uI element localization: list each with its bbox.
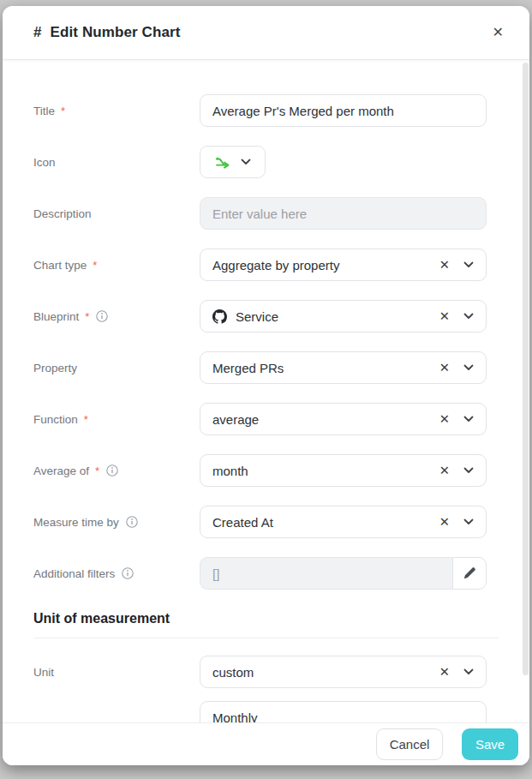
function-value: average	[212, 412, 433, 427]
edit-number-chart-modal: # Edit Number Chart ✕ Title* Icon	[3, 6, 529, 765]
save-button[interactable]: Save	[462, 728, 518, 760]
info-icon[interactable]	[126, 516, 138, 528]
section-divider	[33, 638, 499, 638]
field-row-average-of: Average of* month ✕	[3, 445, 529, 496]
blueprint-label: Blueprint	[33, 310, 79, 323]
modal-header: # Edit Number Chart ✕	[3, 6, 529, 60]
chart-type-select[interactable]: Aggregate by property ✕	[200, 249, 487, 281]
close-icon[interactable]: ✕	[489, 22, 507, 43]
icon-select[interactable]	[200, 146, 266, 178]
clear-icon[interactable]: ✕	[439, 464, 450, 477]
property-select[interactable]: Merged PRs ✕	[200, 351, 487, 384]
modal-title-text: Edit Number Chart	[51, 24, 181, 41]
function-select[interactable]: average ✕	[200, 403, 487, 435]
function-label: Function	[33, 413, 78, 426]
clear-icon[interactable]: ✕	[439, 310, 450, 323]
blueprint-value: Service	[236, 309, 278, 324]
info-icon[interactable]	[96, 310, 108, 322]
measure-time-by-select[interactable]: Created At ✕	[200, 506, 487, 538]
property-label: Property	[33, 362, 77, 375]
icon-label: Icon	[33, 156, 56, 169]
field-row-title: Title*	[3, 85, 529, 136]
field-row-description: Description	[3, 188, 529, 239]
required-mark: *	[93, 259, 97, 272]
title-input[interactable]	[200, 94, 487, 127]
property-value: Merged PRs	[212, 361, 433, 375]
field-row-blueprint: Blueprint* Service ✕	[3, 291, 529, 342]
info-icon[interactable]	[122, 567, 134, 579]
required-mark: *	[84, 413, 88, 426]
field-row-measure-time-by: Measure time by Created At ✕	[3, 496, 529, 548]
blueprint-select[interactable]: Service ✕	[200, 300, 487, 333]
chevron-down-icon[interactable]	[463, 261, 474, 268]
field-row-additional-filters: Additional filters []	[3, 548, 529, 599]
chevron-down-icon[interactable]	[463, 467, 474, 474]
average-of-value: month	[212, 464, 433, 478]
chevron-down-icon[interactable]	[463, 364, 474, 371]
chevron-down-icon[interactable]	[463, 668, 474, 675]
required-mark: *	[61, 105, 65, 117]
field-row-icon: Icon	[3, 136, 529, 188]
unit-select[interactable]: custom ✕	[200, 656, 487, 688]
git-merge-icon	[215, 156, 230, 169]
required-mark: *	[95, 464, 99, 477]
modal-footer: Cancel Save	[3, 722, 529, 765]
github-icon	[212, 309, 227, 324]
modal-body: Title* Icon	[3, 60, 529, 765]
edit-filters-button[interactable]	[452, 557, 487, 590]
required-mark: *	[85, 310, 89, 323]
clear-icon[interactable]: ✕	[439, 259, 450, 272]
section-title-unit-of-measurement: Unit of measurement	[33, 611, 499, 626]
clear-icon[interactable]: ✕	[439, 516, 450, 529]
measure-time-by-label: Measure time by	[33, 516, 119, 529]
measure-time-by-value: Created At	[212, 515, 433, 530]
field-row-chart-type: Chart type* Aggregate by property ✕	[3, 239, 529, 291]
additional-filters-input: []	[200, 557, 452, 590]
clear-icon[interactable]: ✕	[439, 413, 450, 426]
field-row-unit: Unit custom ✕	[3, 646, 529, 698]
pencil-icon	[463, 566, 476, 580]
unit-label: Unit	[33, 666, 54, 679]
info-icon[interactable]	[106, 464, 118, 476]
title-label: Title	[33, 105, 55, 117]
chevron-down-icon[interactable]	[463, 518, 474, 525]
chart-type-value: Aggregate by property	[212, 258, 433, 273]
chevron-down-icon[interactable]	[241, 159, 251, 165]
chart-type-label: Chart type	[33, 259, 87, 272]
average-of-select[interactable]: month ✕	[200, 454, 487, 487]
average-of-label: Average of	[33, 464, 89, 477]
cancel-button[interactable]: Cancel	[376, 728, 443, 760]
description-label: Description	[33, 207, 92, 220]
field-row-function: Function* average ✕	[3, 393, 529, 445]
chevron-down-icon[interactable]	[463, 313, 474, 320]
clear-icon[interactable]: ✕	[439, 666, 450, 679]
description-input[interactable]	[200, 197, 487, 230]
unit-value: custom	[212, 665, 433, 680]
clear-icon[interactable]: ✕	[439, 362, 450, 375]
chevron-down-icon[interactable]	[463, 416, 474, 422]
field-row-property: Property Merged PRs ✕	[3, 342, 529, 393]
additional-filters-label: Additional filters	[33, 567, 115, 580]
number-chart-icon: #	[33, 24, 42, 41]
modal-title: # Edit Number Chart	[33, 24, 180, 41]
vertical-scrollbar[interactable]	[523, 63, 529, 675]
